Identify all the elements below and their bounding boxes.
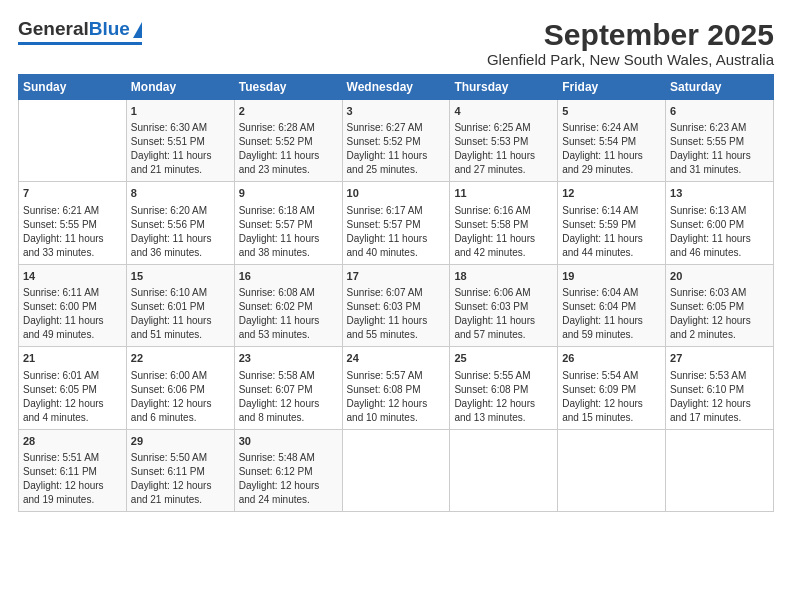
week-row-5: 28Sunrise: 5:51 AMSunset: 6:11 PMDayligh… <box>19 429 774 511</box>
day-number: 25 <box>454 351 553 366</box>
sunrise-text: Sunrise: 6:20 AM <box>131 205 207 216</box>
day-cell: 23Sunrise: 5:58 AMSunset: 6:07 PMDayligh… <box>234 347 342 429</box>
day-cell: 11Sunrise: 6:16 AMSunset: 5:58 PMDayligh… <box>450 182 558 264</box>
header-row: Sunday Monday Tuesday Wednesday Thursday… <box>19 75 774 100</box>
day-cell: 3Sunrise: 6:27 AMSunset: 5:52 PMDaylight… <box>342 100 450 182</box>
daylight-text: Daylight: 11 hours and 33 minutes. <box>23 233 104 258</box>
day-cell: 16Sunrise: 6:08 AMSunset: 6:02 PMDayligh… <box>234 264 342 346</box>
sunset-text: Sunset: 6:10 PM <box>670 384 744 395</box>
day-cell: 8Sunrise: 6:20 AMSunset: 5:56 PMDaylight… <box>126 182 234 264</box>
sunset-text: Sunset: 6:04 PM <box>562 301 636 312</box>
sunrise-text: Sunrise: 5:58 AM <box>239 370 315 381</box>
col-tuesday: Tuesday <box>234 75 342 100</box>
col-saturday: Saturday <box>666 75 774 100</box>
day-number: 3 <box>347 104 446 119</box>
sunset-text: Sunset: 6:03 PM <box>454 301 528 312</box>
sunset-text: Sunset: 6:09 PM <box>562 384 636 395</box>
sunset-text: Sunset: 5:53 PM <box>454 136 528 147</box>
daylight-text: Daylight: 11 hours and 27 minutes. <box>454 150 535 175</box>
day-cell: 1Sunrise: 6:30 AMSunset: 5:51 PMDaylight… <box>126 100 234 182</box>
sunrise-text: Sunrise: 6:14 AM <box>562 205 638 216</box>
logo-text: GeneralBlue <box>18 18 130 40</box>
sunrise-text: Sunrise: 5:54 AM <box>562 370 638 381</box>
sunset-text: Sunset: 6:06 PM <box>131 384 205 395</box>
day-number: 5 <box>562 104 661 119</box>
sunrise-text: Sunrise: 6:30 AM <box>131 122 207 133</box>
sunrise-text: Sunrise: 6:23 AM <box>670 122 746 133</box>
sunset-text: Sunset: 5:56 PM <box>131 219 205 230</box>
sunset-text: Sunset: 5:52 PM <box>347 136 421 147</box>
sunset-text: Sunset: 6:08 PM <box>454 384 528 395</box>
sunset-text: Sunset: 6:00 PM <box>23 301 97 312</box>
col-thursday: Thursday <box>450 75 558 100</box>
sunrise-text: Sunrise: 6:18 AM <box>239 205 315 216</box>
sunset-text: Sunset: 5:55 PM <box>23 219 97 230</box>
day-cell: 22Sunrise: 6:00 AMSunset: 6:06 PMDayligh… <box>126 347 234 429</box>
calendar-title: September 2025 <box>487 18 774 51</box>
daylight-text: Daylight: 12 hours and 6 minutes. <box>131 398 212 423</box>
daylight-text: Daylight: 11 hours and 44 minutes. <box>562 233 643 258</box>
col-monday: Monday <box>126 75 234 100</box>
day-number: 4 <box>454 104 553 119</box>
day-number: 14 <box>23 269 122 284</box>
sunrise-text: Sunrise: 6:10 AM <box>131 287 207 298</box>
day-cell <box>558 429 666 511</box>
day-cell: 21Sunrise: 6:01 AMSunset: 6:05 PMDayligh… <box>19 347 127 429</box>
sunrise-text: Sunrise: 6:21 AM <box>23 205 99 216</box>
day-number: 6 <box>670 104 769 119</box>
day-number: 2 <box>239 104 338 119</box>
sunset-text: Sunset: 5:58 PM <box>454 219 528 230</box>
day-number: 30 <box>239 434 338 449</box>
day-number: 12 <box>562 186 661 201</box>
sunset-text: Sunset: 5:54 PM <box>562 136 636 147</box>
sunset-text: Sunset: 5:57 PM <box>347 219 421 230</box>
day-cell: 29Sunrise: 5:50 AMSunset: 6:11 PMDayligh… <box>126 429 234 511</box>
daylight-text: Daylight: 12 hours and 2 minutes. <box>670 315 751 340</box>
day-number: 22 <box>131 351 230 366</box>
daylight-text: Daylight: 12 hours and 15 minutes. <box>562 398 643 423</box>
sunset-text: Sunset: 6:08 PM <box>347 384 421 395</box>
sunrise-text: Sunrise: 6:27 AM <box>347 122 423 133</box>
calendar-subtitle: Glenfield Park, New South Wales, Austral… <box>487 51 774 68</box>
sunrise-text: Sunrise: 6:24 AM <box>562 122 638 133</box>
day-cell <box>450 429 558 511</box>
sunrise-text: Sunrise: 6:11 AM <box>23 287 99 298</box>
col-sunday: Sunday <box>19 75 127 100</box>
daylight-text: Daylight: 11 hours and 49 minutes. <box>23 315 104 340</box>
logo-underline <box>18 42 142 45</box>
calendar-table: Sunday Monday Tuesday Wednesday Thursday… <box>18 74 774 512</box>
day-cell: 4Sunrise: 6:25 AMSunset: 5:53 PMDaylight… <box>450 100 558 182</box>
day-cell: 10Sunrise: 6:17 AMSunset: 5:57 PMDayligh… <box>342 182 450 264</box>
day-cell: 18Sunrise: 6:06 AMSunset: 6:03 PMDayligh… <box>450 264 558 346</box>
daylight-text: Daylight: 11 hours and 36 minutes. <box>131 233 212 258</box>
sunset-text: Sunset: 6:11 PM <box>131 466 205 477</box>
day-number: 8 <box>131 186 230 201</box>
sunrise-text: Sunrise: 6:04 AM <box>562 287 638 298</box>
day-number: 18 <box>454 269 553 284</box>
day-cell: 28Sunrise: 5:51 AMSunset: 6:11 PMDayligh… <box>19 429 127 511</box>
sunset-text: Sunset: 5:59 PM <box>562 219 636 230</box>
day-number: 20 <box>670 269 769 284</box>
sunrise-text: Sunrise: 6:08 AM <box>239 287 315 298</box>
sunrise-text: Sunrise: 5:48 AM <box>239 452 315 463</box>
sunset-text: Sunset: 6:03 PM <box>347 301 421 312</box>
header: GeneralBlue September 2025 Glenfield Par… <box>18 18 774 68</box>
daylight-text: Daylight: 11 hours and 29 minutes. <box>562 150 643 175</box>
day-number: 13 <box>670 186 769 201</box>
sunset-text: Sunset: 6:02 PM <box>239 301 313 312</box>
day-cell: 12Sunrise: 6:14 AMSunset: 5:59 PMDayligh… <box>558 182 666 264</box>
sunset-text: Sunset: 6:00 PM <box>670 219 744 230</box>
daylight-text: Daylight: 12 hours and 19 minutes. <box>23 480 104 505</box>
logo: GeneralBlue <box>18 18 142 45</box>
day-number: 27 <box>670 351 769 366</box>
sunrise-text: Sunrise: 6:07 AM <box>347 287 423 298</box>
sunrise-text: Sunrise: 6:03 AM <box>670 287 746 298</box>
day-cell: 25Sunrise: 5:55 AMSunset: 6:08 PMDayligh… <box>450 347 558 429</box>
day-cell: 13Sunrise: 6:13 AMSunset: 6:00 PMDayligh… <box>666 182 774 264</box>
day-number: 9 <box>239 186 338 201</box>
sunrise-text: Sunrise: 5:51 AM <box>23 452 99 463</box>
daylight-text: Daylight: 12 hours and 21 minutes. <box>131 480 212 505</box>
day-cell: 7Sunrise: 6:21 AMSunset: 5:55 PMDaylight… <box>19 182 127 264</box>
sunset-text: Sunset: 6:11 PM <box>23 466 97 477</box>
title-block: September 2025 Glenfield Park, New South… <box>487 18 774 68</box>
